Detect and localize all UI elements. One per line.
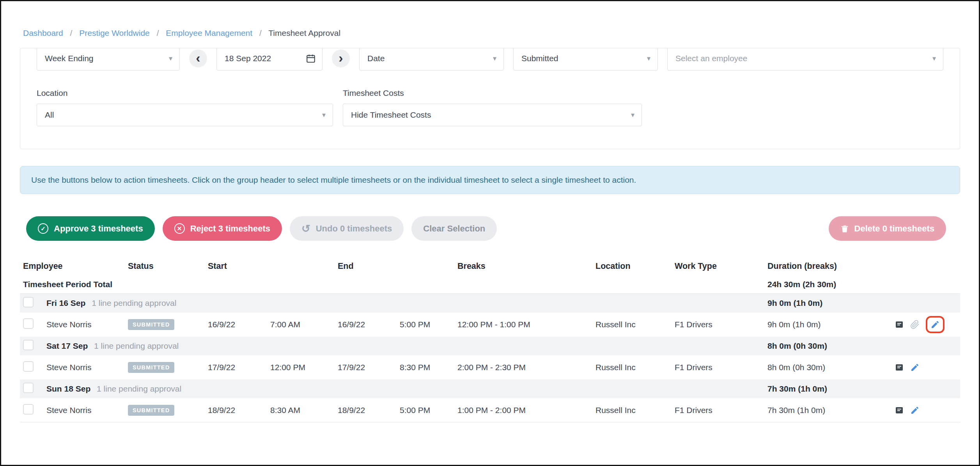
breaks-value: 2:00 PM - 2:30 PM (457, 363, 595, 372)
approve-button[interactable]: ✓ Approve 3 timesheets (26, 216, 155, 241)
group-header-row[interactable]: Sat 17 Sep 1 line pending approval 8h 0m… (20, 337, 960, 355)
date-display-value: Date (367, 54, 385, 63)
start-time: 7:00 AM (270, 320, 338, 329)
chevron-down-icon: ▾ (169, 54, 172, 63)
info-banner: Use the buttons below to action timeshee… (20, 166, 960, 194)
breadcrumb-separator: / (70, 28, 73, 37)
timesheet-row[interactable]: Steve Norris SUBMITTED 18/9/22 8:30 AM 1… (20, 398, 960, 422)
filter-row-top: Week Ending ▾ ‹ 18 Sep 2022 › Date ▾ (37, 48, 943, 71)
undo-button[interactable]: ↺ Undo 0 timesheets (290, 216, 404, 241)
location-value: Russell Inc (595, 320, 675, 329)
row-duration: 8h 0m (0h 30m) (767, 363, 895, 372)
approve-button-label: Approve 3 timesheets (54, 224, 143, 234)
work-type-value: F1 Drivers (675, 406, 767, 415)
info-banner-text: Use the buttons below to action timeshee… (31, 175, 636, 185)
column-header-work-type: Work Type (675, 261, 767, 271)
group-checkbox[interactable] (23, 297, 34, 307)
breadcrumb-company[interactable]: Prestige Worldwide (79, 28, 150, 37)
group-checkbox[interactable] (23, 383, 34, 393)
employee-name: Steve Norris (46, 406, 128, 415)
chevron-down-icon: ▾ (647, 54, 650, 63)
calendar-icon (306, 53, 316, 64)
timesheet-costs-filter-group: Timesheet Costs Hide Timesheet Costs ▾ (343, 88, 642, 126)
previous-week-button[interactable]: ‹ (189, 49, 207, 67)
row-checkbox[interactable] (23, 404, 34, 415)
delete-button[interactable]: Delete 0 timesheets (829, 216, 946, 241)
group-checkbox[interactable] (23, 340, 34, 350)
breadcrumb-dashboard[interactable]: Dashboard (23, 28, 63, 37)
delete-button-label: Delete 0 timesheets (854, 224, 934, 234)
breadcrumb: Dashboard / Prestige Worldwide / Employe… (1, 1, 979, 38)
group-duration: 7h 30m (1h 0m) (767, 384, 895, 394)
column-header-end: End (338, 261, 457, 271)
group-date: Sun 18 Sep (46, 384, 90, 393)
status-badge: SUBMITTED (128, 319, 174, 330)
breadcrumb-separator: / (157, 28, 159, 37)
timesheet-table: Employee Status Start End Breaks Locatio… (20, 257, 960, 422)
week-ending-select[interactable]: Week Ending ▾ (37, 48, 180, 71)
status-badge: SUBMITTED (128, 362, 174, 373)
cross-circle-icon: ✕ (174, 223, 185, 234)
week-ending-value: Week Ending (45, 54, 94, 63)
chevron-down-icon: ▾ (322, 111, 326, 119)
breadcrumb-current-page: Timesheet Approval (268, 28, 340, 37)
filter-panel: Week Ending ▾ ‹ 18 Sep 2022 › Date ▾ (20, 48, 960, 149)
chevron-right-icon: › (338, 50, 343, 65)
chevron-down-icon: ▾ (631, 111, 634, 119)
edit-pencil-icon[interactable] (910, 363, 920, 372)
group-pending-note: 1 line pending approval (94, 341, 179, 350)
employee-select[interactable]: Select an employee ▾ (667, 48, 943, 71)
period-total-label: Timesheet Period Total (23, 280, 767, 289)
undo-icon: ↺ (301, 222, 310, 235)
clear-selection-button[interactable]: Clear Selection (411, 216, 497, 241)
row-duration: 7h 30m (1h 0m) (767, 406, 895, 415)
period-total-duration: 24h 30m (2h 30m) (767, 280, 895, 289)
start-time: 8:30 AM (270, 406, 338, 415)
notes-icon[interactable] (895, 406, 904, 415)
chevron-down-icon: ▾ (932, 54, 936, 63)
timesheet-row[interactable]: Steve Norris SUBMITTED 17/9/22 12:00 PM … (20, 355, 960, 380)
start-time: 12:00 PM (270, 363, 338, 372)
end-time: 5:00 PM (400, 406, 457, 415)
row-checkbox[interactable] (23, 361, 34, 372)
breadcrumb-employee-management[interactable]: Employee Management (166, 28, 252, 37)
end-time: 8:30 PM (400, 363, 457, 372)
notes-icon[interactable] (895, 320, 904, 329)
column-header-start: Start (208, 261, 338, 271)
trash-icon (840, 224, 849, 233)
row-duration: 9h 0m (1h 0m) (767, 320, 895, 329)
group-header-row[interactable]: Fri 16 Sep 1 line pending approval 9h 0m… (20, 294, 960, 312)
paperclip-icon[interactable] (910, 320, 920, 329)
work-type-value: F1 Drivers (675, 363, 767, 372)
chevron-down-icon: ▾ (493, 54, 496, 63)
status-filter-value: Submitted (521, 54, 558, 63)
clear-selection-label: Clear Selection (423, 224, 485, 234)
employee-select-placeholder: Select an employee (675, 54, 747, 63)
breadcrumb-separator: / (259, 28, 262, 37)
group-duration: 8h 0m (0h 30m) (767, 341, 895, 351)
start-date: 17/9/22 (208, 363, 270, 372)
reject-button-label: Reject 3 timesheets (190, 224, 270, 234)
group-header-row[interactable]: Sun 18 Sep 1 line pending approval 7h 30… (20, 380, 960, 398)
group-pending-note: 1 line pending approval (92, 298, 176, 307)
timesheet-costs-select[interactable]: Hide Timesheet Costs ▾ (343, 104, 642, 126)
period-total-row: Timesheet Period Total 24h 30m (2h 30m) (20, 275, 960, 294)
location-filter-group: Location All ▾ (37, 88, 333, 126)
notes-icon[interactable] (895, 363, 904, 372)
location-value: All (45, 110, 54, 120)
row-checkbox[interactable] (23, 318, 34, 329)
timesheet-row[interactable]: Steve Norris SUBMITTED 16/9/22 7:00 AM 1… (20, 312, 960, 337)
group-pending-note: 1 line pending approval (97, 384, 181, 393)
week-ending-date-picker[interactable]: 18 Sep 2022 (216, 48, 323, 71)
reject-button[interactable]: ✕ Reject 3 timesheets (163, 216, 282, 241)
status-badge: SUBMITTED (128, 405, 174, 416)
date-display-select[interactable]: Date ▾ (359, 48, 504, 71)
location-select[interactable]: All ▾ (37, 104, 333, 126)
work-type-value: F1 Drivers (675, 320, 767, 329)
edit-pencil-icon[interactable] (910, 406, 920, 415)
edit-pencil-icon[interactable] (930, 320, 940, 329)
status-filter-select[interactable]: Submitted ▾ (513, 48, 658, 71)
next-week-button[interactable]: › (332, 49, 350, 67)
filter-row-bottom: Location All ▾ Timesheet Costs Hide Time… (37, 88, 943, 126)
group-date: Fri 16 Sep (46, 298, 85, 307)
